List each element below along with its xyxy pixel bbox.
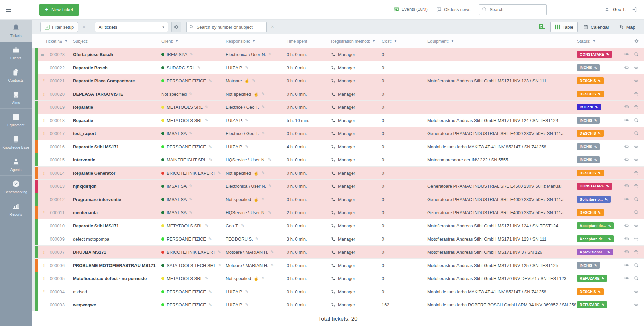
responsible-edit-icon[interactable]: ✎	[245, 302, 248, 307]
status-edit-icon[interactable]: ✎	[607, 250, 610, 254]
responsible-edit-icon[interactable]: ✎	[261, 197, 265, 202]
quick-view-icon[interactable]	[634, 144, 639, 149]
user-avatar-icon[interactable]	[604, 7, 610, 12]
attachment-icon[interactable]	[624, 250, 629, 255]
quick-view-icon[interactable]	[634, 118, 639, 123]
table-row[interactable]: 000023Oferta piese BoschIREM SPA✎Electro…	[32, 48, 644, 61]
take-ticket-icon[interactable]: ☝	[253, 197, 259, 202]
status-edit-icon[interactable]: ✎	[598, 132, 601, 135]
search-clear-icon[interactable]: ×	[270, 24, 275, 30]
sidebar-item-agents[interactable]: Agents	[0, 153, 32, 176]
status-badge[interactable]: INCHIS✎	[577, 143, 600, 150]
client-edit-icon[interactable]: ✎	[189, 197, 192, 202]
quick-view-icon[interactable]	[634, 236, 639, 242]
client-edit-icon[interactable]: ✎	[218, 250, 221, 254]
quick-view-icon[interactable]	[634, 249, 639, 255]
responsible-edit-icon[interactable]: ✎	[268, 210, 271, 215]
status-edit-icon[interactable]: ✎	[602, 277, 605, 280]
table-row[interactable]: !000021Reparatie Placa CompactoarePERSOA…	[32, 74, 644, 87]
table-row[interactable]: 000019ReparatieMETATOOLS SRL✎Electrice \…	[32, 101, 644, 114]
take-ticket-icon[interactable]: ☝	[253, 171, 259, 176]
view-button-map[interactable]: Map	[614, 22, 640, 32]
status-badge[interactable]: DESCHIS✎	[577, 209, 604, 216]
responsible-edit-icon[interactable]: ✎	[261, 92, 265, 96]
status-edit-icon[interactable]: ✎	[605, 198, 608, 201]
status-badge[interactable]: Acceptare de...✎	[577, 222, 614, 229]
status-edit-icon[interactable]: ✎	[598, 290, 601, 294]
sidebar-item-clients[interactable]: Clients	[0, 42, 32, 64]
responsible-edit-icon[interactable]: ✎	[255, 236, 259, 241]
client-edit-icon[interactable]: ✎	[205, 105, 208, 109]
status-edit-icon[interactable]: ✎	[608, 224, 611, 228]
attachment-icon[interactable]	[624, 263, 629, 268]
status-badge[interactable]: DESCHIS✎	[577, 130, 604, 137]
responsible-edit-icon[interactable]: ✎	[261, 276, 265, 281]
events-link[interactable]: Events (18/0)	[394, 7, 428, 12]
status-edit-icon[interactable]: ✎	[598, 79, 601, 83]
quick-view-icon[interactable]	[634, 131, 639, 136]
attachment-icon[interactable]	[624, 52, 629, 57]
export-excel-icon[interactable]	[538, 23, 545, 31]
filter-funnel-icon[interactable]	[451, 39, 454, 43]
quick-view-icon[interactable]	[634, 65, 639, 70]
filter-funnel-icon[interactable]	[175, 39, 179, 43]
ticket-search-input[interactable]	[186, 22, 267, 32]
filter-funnel-icon[interactable]	[592, 39, 596, 43]
attachment-icon[interactable]	[624, 184, 629, 189]
client-edit-icon[interactable]: ✎	[189, 210, 192, 215]
responsible-edit-icon[interactable]: ✎	[262, 131, 265, 136]
attachment-icon[interactable]	[624, 157, 629, 162]
table-row[interactable]: !000006PROBLEME MOTOFIERASTRAU MS171SATA…	[32, 259, 644, 272]
client-edit-icon[interactable]: ✎	[197, 65, 201, 70]
quick-view-icon[interactable]	[634, 91, 639, 97]
status-badge[interactable]: Solicitare p...✎	[577, 196, 611, 203]
status-badge[interactable]: DESCHIS✎	[577, 91, 604, 97]
client-edit-icon[interactable]: ✎	[205, 223, 208, 228]
quick-view-icon[interactable]	[634, 276, 639, 281]
status-badge[interactable]: REFUZARE✎	[577, 275, 607, 282]
take-ticket-icon[interactable]: ☝	[253, 92, 259, 97]
status-edit-icon[interactable]: ✎	[595, 105, 598, 109]
attachment-icon[interactable]	[624, 144, 629, 149]
filter-funnel-icon[interactable]	[372, 39, 376, 43]
status-edit-icon[interactable]: ✎	[598, 211, 601, 215]
new-ticket-button[interactable]: + New ticket	[39, 4, 79, 16]
status-badge[interactable]: CONSTATARE✎	[577, 51, 612, 58]
take-ticket-icon[interactable]: ☝	[253, 276, 259, 281]
sidebar-item-tickets[interactable]: Tickets	[0, 20, 32, 42]
client-edit-icon[interactable]: ✎	[189, 92, 192, 96]
responsible-edit-icon[interactable]: ✎	[271, 263, 274, 268]
responsible-edit-icon[interactable]: ✎	[268, 52, 272, 57]
status-badge[interactable]: Acceptare de...✎	[577, 235, 614, 242]
status-edit-icon[interactable]: ✎	[598, 171, 601, 175]
table-row[interactable]: 000015InterventieMAINFREIGHT SRL✎HQServi…	[32, 153, 644, 167]
filter-setup-button[interactable]: Filter setup	[40, 22, 78, 32]
table-row[interactable]: 000016Reparatie Stihl MS171PERSOANE FIZI…	[32, 140, 644, 153]
quick-view-icon[interactable]	[634, 262, 639, 268]
table-row[interactable]: !000017test_raportIMSAT SA✎Electrice \ G…	[32, 127, 644, 140]
status-badge[interactable]: Aprovizionar...✎	[577, 249, 613, 255]
client-edit-icon[interactable]: ✎	[218, 263, 222, 268]
quick-view-icon[interactable]	[634, 197, 639, 202]
table-row[interactable]: !000011mentenantaIMSAT SA✎HQService \ Us…	[32, 206, 644, 219]
table-row[interactable]: 000012Programare interventieIMSAT SA✎Not…	[32, 193, 644, 206]
quick-view-icon[interactable]	[634, 78, 639, 83]
status-edit-icon[interactable]: ✎	[606, 53, 610, 56]
table-row[interactable]: 000022Reparatie BoschSUDARC SRL✎LUIZA P.…	[32, 61, 644, 74]
logout-icon[interactable]	[631, 7, 637, 12]
responsible-edit-icon[interactable]: ✎	[262, 105, 265, 109]
sidebar-item-aims[interactable]: Aims	[0, 86, 32, 109]
attachment-icon[interactable]	[624, 65, 629, 70]
client-edit-icon[interactable]: ✎	[209, 157, 212, 162]
status-edit-icon[interactable]: ✎	[594, 145, 597, 149]
client-edit-icon[interactable]: ✎	[208, 144, 212, 149]
filter-settings-button[interactable]	[171, 22, 181, 32]
status-edit-icon[interactable]: ✎	[608, 237, 611, 241]
table-row[interactable]: 000013njhkjdsfjdhIMSAT SA✎Electronica \ …	[32, 180, 644, 193]
global-search-input[interactable]	[479, 4, 547, 15]
filter-remove-icon[interactable]: ×	[81, 24, 86, 30]
responsible-edit-icon[interactable]: ✎	[241, 223, 244, 228]
client-edit-icon[interactable]: ✎	[208, 289, 212, 294]
responsible-edit-icon[interactable]: ✎	[271, 250, 274, 254]
status-edit-icon[interactable]: ✎	[598, 92, 601, 96]
